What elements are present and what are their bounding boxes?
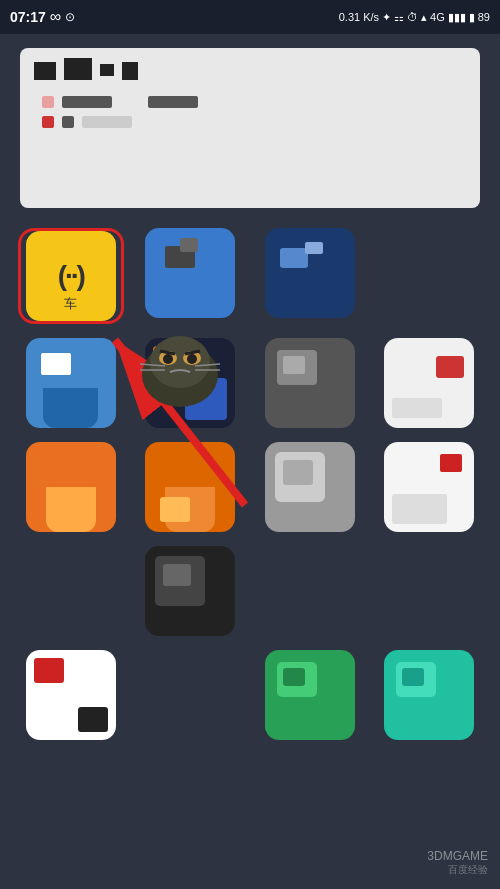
app-icon-placeholder4 xyxy=(377,546,483,636)
wifi-icon: ▴ xyxy=(421,11,427,24)
watermark: 3DMGAME 百度经验 xyxy=(427,849,488,877)
widget-logo xyxy=(34,62,466,80)
app-icon-darkblue1[interactable] xyxy=(257,228,363,324)
clock-icon: ⏱ xyxy=(407,11,418,23)
watermark-subtext: 百度经验 xyxy=(427,863,488,877)
app-icon-white2[interactable] xyxy=(377,442,483,532)
app-icon-orange1[interactable] xyxy=(18,442,124,532)
app-icon-white1[interactable] xyxy=(377,338,483,428)
widget-bar-2 xyxy=(148,96,198,108)
car-label-char: 车 xyxy=(64,295,77,313)
widget-row-1 xyxy=(42,96,466,108)
app-icon-placeholder5 xyxy=(138,650,244,740)
app-icon-car[interactable]: (··) 车 xyxy=(18,228,124,324)
app-icon-whiteblack[interactable] xyxy=(18,650,124,740)
logo-block-4 xyxy=(122,62,138,80)
status-icon-2: ⊙ xyxy=(65,10,75,24)
network-icon: 4G xyxy=(430,11,445,23)
watermark-text: 3DMGAME xyxy=(427,849,488,863)
app-icon-blue1[interactable] xyxy=(138,228,244,324)
bluetooth-icon: ✦ xyxy=(382,11,391,24)
widget-dot-red xyxy=(42,116,54,128)
status-bar: 07:17 ∞ ⊙ 0.31 K/s ✦ ⚏ ⏱ ▴ 4G ▮▮▮ ▮ 89 xyxy=(0,0,500,34)
app-icon-gray2[interactable] xyxy=(257,442,363,532)
status-right: 0.31 K/s ✦ ⚏ ⏱ ▴ 4G ▮▮▮ ▮ 89 xyxy=(339,11,490,24)
app-grid: (··) 车 xyxy=(0,218,500,750)
widget-bar-light xyxy=(82,116,132,128)
app-icon-dark1[interactable] xyxy=(138,546,244,636)
app-icon-placeholder3 xyxy=(257,546,363,636)
cartoon-character xyxy=(130,320,230,410)
app-icon-orange2[interactable] xyxy=(138,442,244,532)
widget-dot-pink xyxy=(42,96,54,108)
signal-bars: ▮▮▮ xyxy=(448,11,466,24)
signal-slash-icon: ⚏ xyxy=(394,11,404,24)
widget-bar-1 xyxy=(62,96,112,108)
app-icon-placeholder1 xyxy=(377,228,483,324)
widget-area xyxy=(20,48,480,208)
widget-row-2 xyxy=(42,116,466,128)
app-icon-lightblue[interactable] xyxy=(18,338,124,428)
svg-point-7 xyxy=(187,354,197,364)
app-icon-green1[interactable] xyxy=(257,650,363,740)
infinity-icon: ∞ xyxy=(50,8,61,26)
speed-indicator: 0.31 K/s xyxy=(339,11,379,23)
battery-icon: ▮ xyxy=(469,11,475,24)
status-left: 07:17 ∞ ⊙ xyxy=(10,8,75,26)
app-icon-placeholder2 xyxy=(18,546,124,636)
svg-point-3 xyxy=(150,336,210,388)
logo-block-2 xyxy=(64,58,92,80)
svg-point-6 xyxy=(163,354,173,364)
battery-level: 89 xyxy=(478,11,490,23)
bracket-icon: (··) xyxy=(58,260,84,292)
logo-block-1 xyxy=(34,62,56,80)
app-icon-cyan1[interactable] xyxy=(377,650,483,740)
status-time: 07:17 xyxy=(10,9,46,25)
widget-sq-1 xyxy=(62,116,74,128)
app-icon-gray1[interactable] xyxy=(257,338,363,428)
logo-block-3 xyxy=(100,64,114,76)
